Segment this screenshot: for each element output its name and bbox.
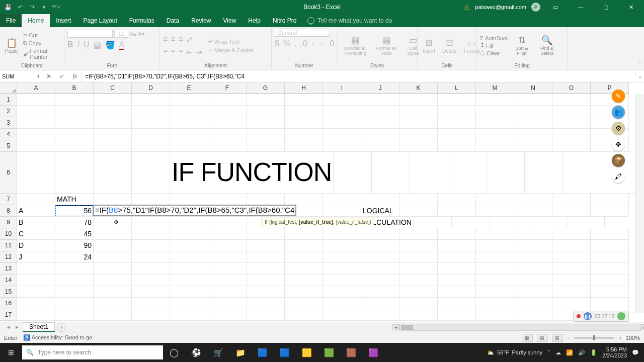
cell[interactable] bbox=[361, 94, 399, 106]
cell[interactable]: 90 bbox=[55, 240, 94, 251]
font-size-select[interactable]: 11 bbox=[114, 30, 128, 38]
italic-button[interactable]: I bbox=[77, 40, 79, 50]
cell[interactable] bbox=[438, 286, 476, 298]
cell[interactable] bbox=[514, 275, 552, 286]
notifications-icon[interactable]: 💬 bbox=[632, 349, 639, 356]
fill-button[interactable]: ↧Fill bbox=[480, 42, 508, 49]
column-header[interactable]: L bbox=[438, 82, 476, 94]
row-header[interactable]: 12 bbox=[0, 251, 17, 263]
cell[interactable] bbox=[591, 194, 629, 205]
cell[interactable] bbox=[94, 240, 132, 251]
tab-insert[interactable]: Insert bbox=[50, 14, 77, 27]
cell[interactable] bbox=[208, 228, 247, 240]
cell[interactable] bbox=[448, 152, 487, 194]
cell[interactable] bbox=[476, 275, 514, 286]
cell[interactable] bbox=[525, 152, 563, 194]
cell[interactable] bbox=[55, 106, 94, 117]
column-header[interactable]: J bbox=[361, 82, 399, 94]
cell[interactable] bbox=[514, 140, 552, 152]
cell[interactable] bbox=[285, 117, 323, 129]
cell[interactable] bbox=[514, 228, 552, 240]
cell[interactable] bbox=[476, 129, 514, 140]
column-header[interactable]: C bbox=[94, 82, 132, 94]
cell[interactable] bbox=[94, 117, 132, 129]
cell[interactable] bbox=[323, 309, 361, 321]
cell[interactable] bbox=[94, 140, 132, 152]
cell[interactable] bbox=[208, 129, 247, 140]
cell[interactable] bbox=[323, 286, 361, 298]
row-header[interactable]: 13 bbox=[0, 263, 17, 275]
taskbar-app-5[interactable]: 🟨 bbox=[296, 348, 318, 357]
cell[interactable] bbox=[399, 309, 438, 321]
cell[interactable] bbox=[591, 240, 629, 251]
underline-button[interactable]: U bbox=[84, 40, 90, 50]
cell[interactable] bbox=[514, 263, 552, 275]
cell[interactable] bbox=[476, 205, 514, 217]
cell[interactable] bbox=[438, 275, 476, 286]
align-right-button[interactable]: ≡ bbox=[179, 47, 183, 57]
cell[interactable] bbox=[17, 286, 55, 298]
taskbar-app-6[interactable]: 🟩 bbox=[318, 348, 340, 357]
cell[interactable] bbox=[55, 140, 94, 152]
cell[interactable] bbox=[247, 129, 285, 140]
cell[interactable] bbox=[476, 240, 514, 251]
cell[interactable] bbox=[132, 286, 170, 298]
cell[interactable] bbox=[170, 117, 208, 129]
row-header[interactable]: 6 bbox=[0, 152, 17, 194]
cell[interactable] bbox=[514, 309, 552, 321]
cell[interactable]: C bbox=[17, 228, 55, 240]
merge-center-button[interactable]: ⇿Merge & Center bbox=[208, 47, 254, 53]
cell[interactable] bbox=[170, 194, 208, 205]
cell[interactable] bbox=[208, 106, 247, 117]
cell[interactable] bbox=[17, 298, 55, 309]
cell[interactable] bbox=[399, 117, 438, 129]
cell[interactable] bbox=[132, 106, 170, 117]
sheet-nav-arrows[interactable]: ◂ ▸ bbox=[7, 324, 21, 330]
cell[interactable] bbox=[170, 240, 208, 251]
cell[interactable] bbox=[208, 94, 247, 106]
box-tool-icon[interactable]: 📦 bbox=[612, 154, 625, 167]
cell[interactable] bbox=[552, 106, 591, 117]
tray-cloud-icon[interactable]: ☁ bbox=[555, 349, 561, 356]
cell[interactable] bbox=[247, 194, 285, 205]
cell[interactable] bbox=[514, 106, 552, 117]
tab-nitro-pro[interactable]: Nitro Pro bbox=[267, 14, 302, 27]
cell[interactable] bbox=[17, 194, 55, 205]
select-all-corner[interactable] bbox=[0, 82, 17, 94]
cell[interactable] bbox=[323, 275, 361, 286]
cell[interactable] bbox=[487, 152, 525, 194]
orientation-button[interactable]: ⤢ bbox=[186, 35, 193, 44]
cell[interactable] bbox=[17, 275, 55, 286]
cell[interactable] bbox=[399, 205, 438, 217]
cell[interactable] bbox=[132, 298, 170, 309]
column-header[interactable]: D bbox=[132, 82, 170, 94]
cell[interactable] bbox=[552, 140, 591, 152]
cell[interactable] bbox=[514, 129, 552, 140]
delete-cells-button[interactable]: ⊟Delete bbox=[440, 38, 459, 54]
cell[interactable] bbox=[438, 240, 476, 251]
cancel-formula-button[interactable]: ✕ bbox=[42, 73, 55, 80]
page-break-view-button[interactable]: ▥ bbox=[552, 334, 563, 342]
cell[interactable] bbox=[55, 152, 94, 194]
cell[interactable] bbox=[208, 240, 247, 251]
accessibility-status[interactable]: ♿ Accessibility: Good to go bbox=[23, 334, 92, 341]
conditional-formatting-button[interactable]: ▦Conditional Formatting bbox=[340, 35, 370, 56]
cell[interactable] bbox=[552, 129, 591, 140]
cell[interactable] bbox=[55, 117, 94, 129]
zoom-out-button[interactable]: − bbox=[567, 335, 570, 341]
cell[interactable] bbox=[323, 228, 361, 240]
column-header[interactable]: A bbox=[17, 82, 55, 94]
cell[interactable] bbox=[399, 140, 438, 152]
cell[interactable] bbox=[247, 275, 285, 286]
column-header[interactable]: I bbox=[323, 82, 361, 94]
cell[interactable] bbox=[476, 251, 514, 263]
row-header[interactable]: 7 bbox=[0, 194, 17, 205]
cell[interactable] bbox=[552, 298, 591, 309]
row-header[interactable]: 15 bbox=[0, 286, 17, 298]
pen-tool-icon[interactable]: ✎ bbox=[612, 89, 625, 103]
taskbar-app-2[interactable]: 🛒 bbox=[207, 348, 229, 357]
cell[interactable] bbox=[552, 286, 591, 298]
row-header[interactable]: 11 bbox=[0, 240, 17, 251]
cell[interactable] bbox=[132, 228, 170, 240]
cell[interactable] bbox=[170, 309, 208, 321]
